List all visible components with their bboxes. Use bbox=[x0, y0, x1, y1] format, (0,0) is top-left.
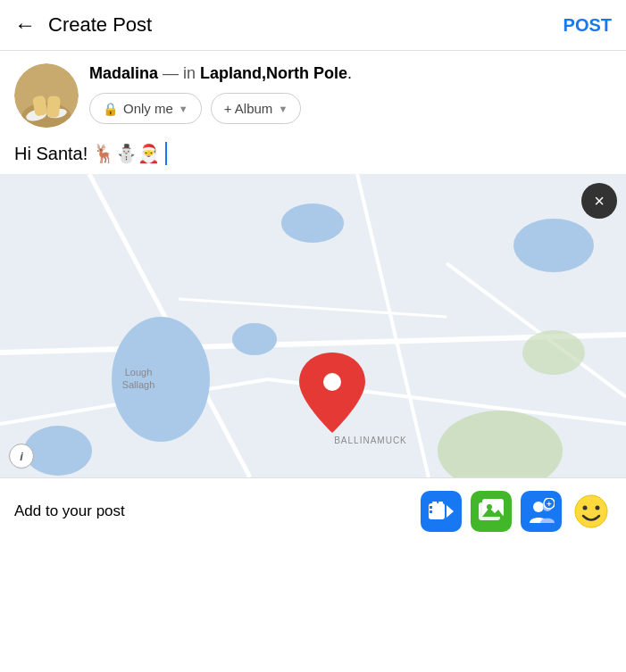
bottom-icons: + bbox=[421, 491, 612, 532]
svg-rect-26 bbox=[430, 510, 432, 513]
album-caret-icon: ▼ bbox=[278, 104, 288, 114]
post-text-area[interactable]: Hi Santa! 🦌⛄🎅 bbox=[0, 137, 626, 174]
user-info: Madalina — in Lapland,North Pole. 🔒 Only… bbox=[89, 63, 352, 124]
photo-icon bbox=[477, 497, 505, 526]
user-section: Madalina — in Lapland,North Pole. 🔒 Only… bbox=[0, 51, 626, 137]
header-left: ← Create Post bbox=[14, 12, 152, 37]
add-photo-button[interactable] bbox=[471, 491, 512, 532]
user-name-line: Madalina — in Lapland,North Pole. bbox=[89, 63, 352, 84]
map-svg: Lough Sallagh BALLINAMUCK bbox=[0, 174, 626, 477]
svg-point-20 bbox=[522, 330, 585, 375]
back-button[interactable]: ← bbox=[14, 12, 36, 37]
add-emoji-button[interactable] bbox=[571, 491, 612, 532]
video-icon bbox=[429, 502, 454, 521]
controls: 🔒 Only me ▼ + Album ▼ bbox=[89, 93, 352, 124]
map-container: Lough Sallagh BALLINAMUCK × i bbox=[0, 174, 626, 477]
location-suffix: . bbox=[347, 64, 352, 82]
post-button[interactable]: POST bbox=[563, 15, 612, 36]
svg-point-34 bbox=[533, 502, 544, 512]
svg-point-40 bbox=[596, 506, 600, 510]
svg-text:+: + bbox=[547, 500, 551, 509]
album-label: + Album bbox=[224, 101, 273, 116]
album-button[interactable]: + Album ▼ bbox=[211, 93, 302, 124]
avatar bbox=[14, 63, 79, 128]
svg-marker-27 bbox=[447, 505, 454, 518]
info-button[interactable]: i bbox=[9, 444, 34, 469]
add-video-button[interactable] bbox=[421, 491, 462, 532]
emoji-icon bbox=[573, 494, 609, 529]
close-icon: × bbox=[594, 192, 605, 210]
lock-icon: 🔒 bbox=[103, 102, 118, 116]
header: ← Create Post POST bbox=[0, 0, 626, 51]
svg-point-18 bbox=[24, 426, 92, 476]
svg-point-16 bbox=[232, 323, 277, 355]
svg-point-39 bbox=[583, 506, 588, 510]
user-location: Lapland,North Pole bbox=[200, 64, 347, 82]
svg-point-17 bbox=[513, 219, 594, 272]
post-text-content: Hi Santa! 🦌⛄🎅 bbox=[14, 143, 160, 164]
tag-icon: + bbox=[528, 498, 555, 525]
tag-people-button[interactable]: + bbox=[521, 491, 562, 532]
svg-rect-5 bbox=[46, 95, 61, 118]
svg-point-23 bbox=[323, 373, 341, 391]
ballinamuck-label: BALLINAMUCK bbox=[334, 436, 407, 445]
svg-rect-25 bbox=[430, 506, 432, 509]
close-button[interactable]: × bbox=[581, 183, 617, 219]
svg-point-14 bbox=[281, 203, 344, 243]
svg-text:Sallagh: Sallagh bbox=[122, 379, 155, 390]
privacy-label: Only me bbox=[123, 101, 173, 116]
svg-point-38 bbox=[575, 495, 607, 527]
text-cursor bbox=[165, 142, 168, 165]
privacy-caret-icon: ▼ bbox=[179, 104, 188, 114]
page-title: Create Post bbox=[48, 13, 152, 37]
user-name: Madalina bbox=[89, 64, 158, 82]
user-dash: — in bbox=[163, 64, 200, 82]
lough-label: Lough bbox=[125, 367, 153, 377]
privacy-button[interactable]: 🔒 Only me ▼ bbox=[89, 93, 202, 124]
svg-rect-29 bbox=[438, 502, 443, 505]
bottom-bar: Add to your post bbox=[0, 477, 626, 544]
add-to-post-label: Add to your post bbox=[14, 502, 125, 520]
info-icon: i bbox=[20, 450, 23, 463]
